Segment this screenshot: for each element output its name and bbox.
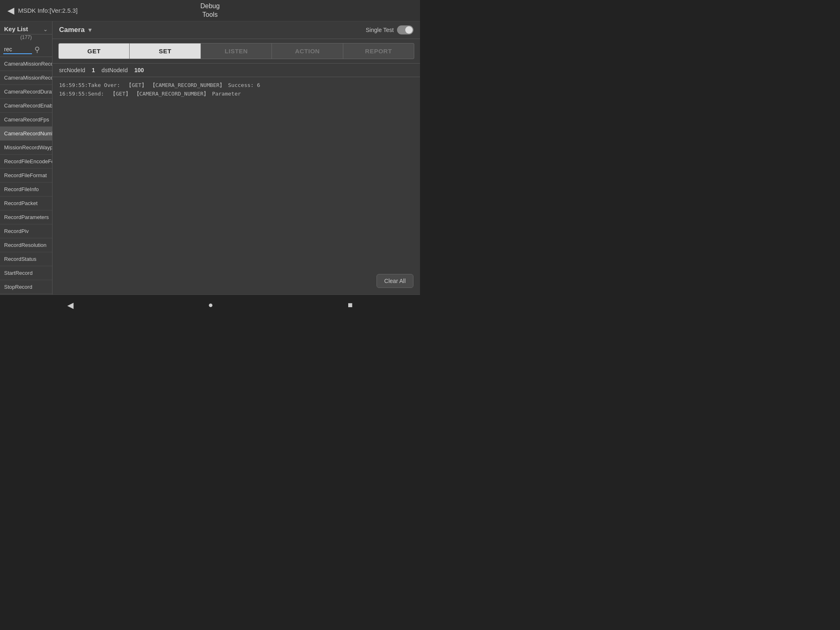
back-button[interactable]: ◀: [5, 3, 17, 18]
search-input[interactable]: [3, 45, 32, 54]
nav-back-button[interactable]: ◀: [59, 297, 82, 313]
clear-all-button[interactable]: Clear All: [377, 274, 413, 288]
sidebar: Key List ⌄ (177) ⚲ CameraMissionRecordPi…: [0, 21, 52, 294]
list-item[interactable]: CameraRecordFps: [0, 113, 52, 127]
action-btn-listen[interactable]: LISTEN: [201, 43, 272, 59]
log-line: 16:59:55:Take Over: 【GET】 【CAMERA_RECORD…: [59, 81, 413, 90]
node-row: srcNodeId 1 dstNodeId 100: [52, 64, 420, 77]
action-btn-get[interactable]: GET: [58, 43, 130, 59]
list-item[interactable]: CameraMissionRecordPictureStorageSet: [0, 71, 52, 85]
list-item[interactable]: RecordResolution: [0, 238, 52, 252]
key-list-title: Key List: [4, 25, 28, 32]
toggle-knob: [405, 26, 413, 34]
sidebar-list: CameraMissionRecordPictureStorageGetCame…: [0, 57, 52, 294]
list-item[interactable]: StartRecord: [0, 266, 52, 280]
list-item[interactable]: CameraRecordNumber: [0, 127, 52, 141]
list-item[interactable]: RecordFileFormat: [0, 169, 52, 183]
action-btn-action[interactable]: ACTION: [272, 43, 343, 59]
nav-home-button[interactable]: ●: [200, 297, 221, 313]
dropdown-arrow-icon[interactable]: ▼: [87, 27, 93, 33]
panel-header: Camera ▼ Single Test: [52, 21, 420, 39]
list-item[interactable]: RecordPacket: [0, 196, 52, 210]
single-test-label: Single Test: [366, 27, 394, 33]
action-btn-set[interactable]: SET: [130, 43, 201, 59]
panel-title-area: Camera ▼: [59, 26, 93, 34]
list-item[interactable]: CameraMissionRecordPictureStorageGet: [0, 57, 52, 71]
chevron-down-icon[interactable]: ⌄: [43, 26, 48, 32]
src-node-label: srcNodeId: [59, 67, 85, 73]
nav-recent-button[interactable]: ■: [340, 297, 361, 313]
log-area: 16:59:55:Take Over: 【GET】 【CAMERA_RECORD…: [52, 77, 420, 294]
sidebar-header: Key List ⌄: [0, 21, 52, 34]
action-buttons-row: GETSETLISTENACTIONREPORT: [52, 39, 420, 64]
sdk-info: MSDK Info:[Ver:2.5.3]: [18, 7, 78, 14]
main-content: Key List ⌄ (177) ⚲ CameraMissionRecordPi…: [0, 21, 420, 294]
dst-node-label: dstNodeId: [102, 67, 128, 73]
panel-title: Camera: [59, 26, 84, 34]
single-test-toggle[interactable]: [397, 25, 413, 34]
list-item[interactable]: RecordPiv: [0, 224, 52, 238]
page-title: Debug Tools: [200, 2, 219, 19]
list-item[interactable]: RecordFileEncodeFormat: [0, 155, 52, 169]
key-list-count: (177): [0, 34, 52, 43]
list-item[interactable]: RecordStatus: [0, 252, 52, 266]
bottom-nav: ◀ ● ■: [0, 294, 420, 315]
list-item[interactable]: RecordParameters: [0, 210, 52, 224]
list-item[interactable]: CameraRecordEnable: [0, 99, 52, 113]
single-test-area: Single Test: [366, 25, 413, 34]
dst-node-value: 100: [134, 67, 144, 73]
list-item[interactable]: StopRecord: [0, 280, 52, 294]
log-line: 16:59:55:Send: 【GET】 【CAMERA_RECORD_NUMB…: [59, 90, 413, 98]
top-bar: ◀ MSDK Info:[Ver:2.5.3] Debug Tools: [0, 0, 420, 21]
right-panel: Camera ▼ Single Test GETSETLISTENACTIONR…: [52, 21, 420, 294]
list-item[interactable]: CameraRecordDuration: [0, 85, 52, 99]
action-btn-report[interactable]: REPORT: [343, 43, 414, 59]
search-container: ⚲: [0, 43, 52, 57]
search-icon: ⚲: [34, 45, 40, 54]
list-item[interactable]: MissionRecordWaypoint: [0, 141, 52, 155]
src-node-value: 1: [92, 67, 95, 73]
list-item[interactable]: RecordFileInfo: [0, 183, 52, 196]
